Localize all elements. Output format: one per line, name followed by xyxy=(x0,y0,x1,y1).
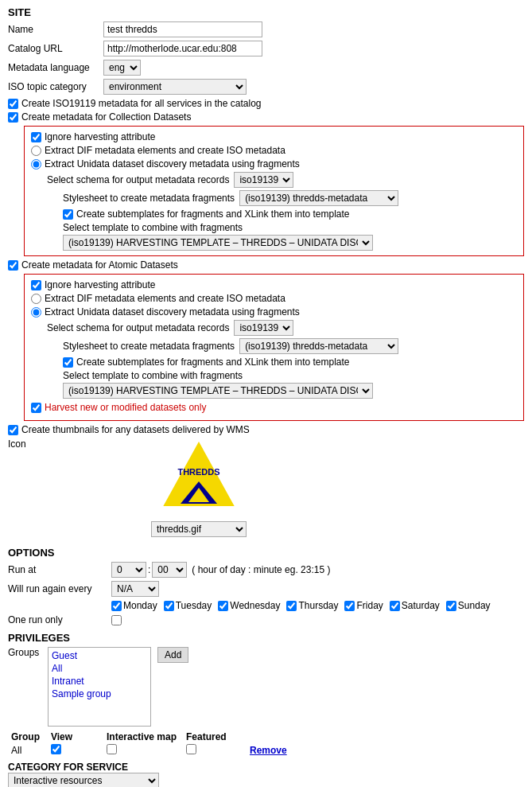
day-wednesday[interactable]: Wednesday xyxy=(218,600,280,611)
metadata-lang-label: Metadata language xyxy=(8,62,103,73)
atomic-extract-unidata-label: Extract Unidata dataset discovery metada… xyxy=(45,306,300,318)
atomic-subtemplates-label: Create subtemplates for fragments and XL… xyxy=(76,356,350,368)
remove-link[interactable]: Remove xyxy=(250,745,287,756)
atomic-template-label: Select template to combine with fragment… xyxy=(63,370,243,381)
create-atomic-label: Create metadata for Atomic Datasets xyxy=(21,259,178,271)
perm-view-check[interactable] xyxy=(51,744,107,757)
name-input[interactable] xyxy=(103,21,262,37)
atomic-stylesheet-label: Stylesheet to create metadata fragments xyxy=(63,341,235,352)
name-label: Name xyxy=(8,24,103,35)
group-guest[interactable]: Guest xyxy=(50,649,149,662)
site-title: SITE xyxy=(8,6,524,18)
category-service-select[interactable]: Interactive resources xyxy=(8,773,159,787)
create-collection-label: Create metadata for Collection Datasets xyxy=(21,111,191,123)
atomic-extract-dif-radio[interactable] xyxy=(31,294,41,304)
icon-label: Icon xyxy=(8,438,103,450)
day-saturday[interactable]: Saturday xyxy=(390,600,440,611)
add-button[interactable]: Add xyxy=(157,647,188,663)
perm-group-all: All xyxy=(11,745,51,756)
group-perms-table: Group View Interactive map Featured All … xyxy=(8,731,524,757)
day-thursday[interactable]: Thursday xyxy=(286,600,338,611)
collection-template-label: Select template to combine with fragment… xyxy=(63,222,243,233)
iso-topic-label: ISO topic category xyxy=(8,81,103,92)
category-service-title: CATEGORY FOR SERVICE xyxy=(8,762,524,773)
catalog-url-input[interactable] xyxy=(103,41,262,56)
collection-extract-unidata-label: Extract Unidata dataset discovery metada… xyxy=(45,158,300,169)
options-title: OPTIONS xyxy=(8,547,524,559)
run-at-hint: ( hour of day : minute eg. 23:15 ) xyxy=(192,564,330,575)
atomic-stylesheet-select[interactable]: (iso19139) thredds-metadata xyxy=(239,338,398,354)
collection-schema-select[interactable]: iso19139 xyxy=(234,172,293,188)
atomic-subtemplates-checkbox[interactable] xyxy=(63,357,73,368)
run-at-minute-select[interactable]: 00 xyxy=(152,562,187,578)
will-run-label: Will run again every xyxy=(8,583,111,594)
atomic-extract-dif-label: Extract DIF metadata elements and create… xyxy=(45,293,285,304)
groups-list[interactable]: Guest All Intranet Sample group xyxy=(48,647,151,727)
one-run-label: One run only xyxy=(8,614,111,625)
create-iso19119-label: Create ISO19119 metadata for all service… xyxy=(21,98,262,109)
svg-text:THREDDS: THREDDS xyxy=(177,467,219,477)
group-intranet[interactable]: Intranet xyxy=(50,675,149,688)
create-thumbnails-label: Create thumbnails for any datasets deliv… xyxy=(21,424,250,435)
harvest-new-label: Harvest new or modified datasets only xyxy=(45,402,206,413)
collection-stylesheet-select[interactable]: (iso19139) thredds-metadata xyxy=(239,190,398,206)
group-all[interactable]: All xyxy=(50,662,149,675)
atomic-schema-label: Select schema for output metadata record… xyxy=(47,322,229,333)
atomic-ignore-harvesting-label: Ignore harvesting attribute xyxy=(45,279,155,290)
thredds-logo-icon: THREDDS xyxy=(163,442,235,513)
collection-extract-dif-radio[interactable] xyxy=(31,146,41,156)
atomic-ignore-harvesting-checkbox[interactable] xyxy=(31,280,41,290)
header-featured: Featured xyxy=(186,731,250,742)
day-sunday[interactable]: Sunday xyxy=(446,600,491,611)
create-atomic-checkbox[interactable] xyxy=(8,260,18,271)
atomic-template-select[interactable]: (iso19139) HARVESTING TEMPLATE – THREDDS… xyxy=(63,383,373,399)
collection-subtemplates-label: Create subtemplates for fragments and XL… xyxy=(76,208,350,220)
day-tuesday[interactable]: Tuesday xyxy=(164,600,212,611)
header-group: Group xyxy=(11,731,51,742)
collection-subtemplates-checkbox[interactable] xyxy=(63,209,73,220)
collection-schema-label: Select schema for output metadata record… xyxy=(47,174,229,185)
day-friday[interactable]: Friday xyxy=(344,600,382,611)
privileges-title: PRIVILEGES xyxy=(8,632,524,644)
will-run-select[interactable]: N/A xyxy=(111,581,159,597)
catalog-url-label: Catalog URL xyxy=(8,43,103,54)
group-sample[interactable]: Sample group xyxy=(50,688,149,700)
perm-featured-check[interactable] xyxy=(186,744,250,757)
perm-interactive-check[interactable] xyxy=(107,744,186,757)
atomic-extract-unidata-radio[interactable] xyxy=(31,307,41,318)
collection-extract-dif-label: Extract DIF metadata elements and create… xyxy=(45,145,285,156)
atomic-options-box: Ignore harvesting attribute Extract DIF … xyxy=(24,274,524,421)
colon-separator: : xyxy=(148,564,150,575)
collection-extract-unidata-radio[interactable] xyxy=(31,159,41,169)
collection-ignore-harvesting-label: Ignore harvesting attribute xyxy=(45,131,155,142)
iso-topic-select[interactable]: environment xyxy=(103,79,247,95)
create-collection-checkbox[interactable] xyxy=(8,112,18,123)
run-at-hour-select[interactable]: 0 xyxy=(111,562,146,578)
header-view: View xyxy=(51,731,107,742)
atomic-schema-select[interactable]: iso19139 xyxy=(234,320,293,336)
day-monday[interactable]: Monday xyxy=(111,600,157,611)
collection-ignore-harvesting-checkbox[interactable] xyxy=(31,132,41,142)
icon-dropdown[interactable]: thredds.gif xyxy=(151,521,247,537)
one-run-checkbox[interactable] xyxy=(111,615,122,625)
collection-stylesheet-label: Stylesheet to create metadata fragments xyxy=(63,193,235,204)
collection-template-select[interactable]: (iso19139) HARVESTING TEMPLATE – THREDDS… xyxy=(63,235,373,251)
create-iso19119-checkbox[interactable] xyxy=(8,99,18,109)
collection-options-box: Ignore harvesting attribute Extract DIF … xyxy=(24,126,524,256)
run-at-label: Run at xyxy=(8,564,111,575)
icon-section: THREDDS thredds.gif xyxy=(151,442,247,537)
header-interactive-map: Interactive map xyxy=(107,731,186,742)
metadata-lang-select[interactable]: eng xyxy=(103,60,141,76)
create-thumbnails-checkbox[interactable] xyxy=(8,425,18,435)
harvest-new-checkbox[interactable] xyxy=(31,403,41,413)
groups-label: Groups xyxy=(8,647,48,658)
